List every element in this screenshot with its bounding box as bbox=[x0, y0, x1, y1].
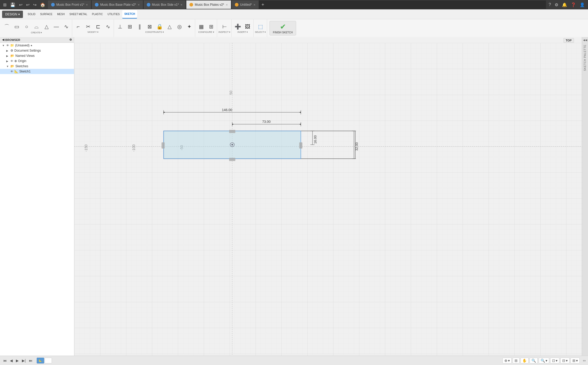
line2-tool-btn[interactable]: — bbox=[52, 23, 61, 30]
configure-label[interactable]: CONFIGURE ▾ bbox=[198, 31, 214, 33]
mirror-btn[interactable]: ∿ bbox=[103, 23, 113, 30]
tree-item-named-views[interactable]: ▶ 📂 Named Views bbox=[0, 53, 74, 58]
timeline-marker-2[interactable] bbox=[45, 358, 52, 363]
collinear-btn[interactable]: ⊞ bbox=[125, 23, 134, 30]
zoom-in-btn[interactable]: 🔍 ▾ bbox=[539, 358, 549, 363]
tab-close-4[interactable]: ✕ bbox=[226, 3, 228, 6]
palette-collapse-icon[interactable]: ◀◀ bbox=[583, 38, 588, 42]
canvas-area[interactable]: TOP -150 -100 -50 bbox=[74, 37, 582, 365]
help-circle-icon[interactable]: ? bbox=[548, 2, 552, 8]
sketch-palette-panel: ◀◀ SKETCH PALETTE bbox=[582, 37, 588, 365]
camera-btn[interactable]: ⊕ ▾ bbox=[503, 358, 512, 363]
select-main-btn[interactable]: ⬚ bbox=[256, 23, 265, 30]
tab-music-box-plates[interactable]: Music Box Plates v2* ✕ bbox=[186, 1, 231, 9]
insert-label[interactable]: INSERT ▾ bbox=[237, 31, 248, 33]
concentric-btn[interactable]: ◎ bbox=[175, 23, 184, 30]
tab-close-5[interactable]: ✕ bbox=[253, 3, 255, 6]
view-mode-dropdown-icon: ▾ bbox=[556, 358, 558, 363]
tab-close-2[interactable]: ✕ bbox=[138, 3, 140, 6]
constraints-label[interactable]: CONSTRAINTS ▾ bbox=[145, 31, 164, 33]
fillet-btn[interactable]: ⌐ bbox=[74, 23, 83, 30]
offset-btn[interactable]: ⊏ bbox=[93, 23, 103, 30]
eye-icon-origin[interactable]: 👁 bbox=[10, 59, 13, 63]
insert-image-btn[interactable]: 🖼 bbox=[243, 23, 252, 30]
notification-icon[interactable]: 🔔 bbox=[561, 2, 568, 8]
redo-icon[interactable]: ↪ bbox=[32, 2, 38, 8]
tree-item-doc-settings[interactable]: ▶ ⚙ Document Settings bbox=[0, 48, 74, 53]
tab-music-box-side[interactable]: Music Box Side v1* ✕ bbox=[144, 1, 186, 9]
coincident-btn[interactable]: ⊥ bbox=[115, 23, 125, 30]
timeline-marker-1[interactable]: 📐 bbox=[37, 358, 44, 363]
layout-mode-btn[interactable]: ⊞ ▾ bbox=[571, 358, 580, 363]
eye-icon-unsaved[interactable]: 👁 bbox=[6, 44, 9, 47]
browser-settings-icon[interactable]: ⚙ bbox=[69, 38, 72, 41]
arc-tool-btn[interactable]: ⌓ bbox=[32, 23, 41, 30]
rectangle-tool-btn[interactable]: ▭ bbox=[12, 23, 21, 30]
configure-table-btn[interactable]: ⊞ bbox=[206, 23, 216, 30]
zoom-out-icon: 🔍 bbox=[531, 358, 536, 363]
view-mode-btn[interactable]: ⊡ ▾ bbox=[550, 358, 559, 363]
help-icon[interactable]: ❓ bbox=[570, 2, 577, 8]
perpendicular-btn[interactable]: ⊠ bbox=[145, 23, 154, 30]
insert-main-btn[interactable]: ➕ bbox=[233, 23, 242, 30]
equal-btn[interactable]: △ bbox=[165, 23, 174, 30]
sketch-icon-tree: 📐 bbox=[14, 70, 18, 73]
inspect-label[interactable]: INSPECT ▾ bbox=[218, 31, 230, 33]
home-icon[interactable]: 🏠 bbox=[39, 2, 46, 8]
timeline-end-btn[interactable]: ⏭ bbox=[28, 358, 34, 363]
tab-utilities[interactable]: UTILITIES bbox=[105, 10, 122, 19]
tab-music-box-base[interactable]: Music Box Base Plate v2* ✕ bbox=[92, 1, 143, 9]
toolbar-section-constraints: ⊥ ⊞ ∥ ⊠ 🔒 △ ◎ ✦ CONSTR bbox=[114, 19, 195, 37]
tab-sketch[interactable]: SKETCH bbox=[122, 10, 137, 19]
save-icon[interactable]: 💾 bbox=[9, 2, 16, 8]
line-tool-btn[interactable]: ⌒ bbox=[2, 23, 11, 31]
tab-close-3[interactable]: ✕ bbox=[180, 3, 182, 6]
undo2-icon[interactable]: ↩ bbox=[25, 2, 30, 8]
polygon-tool-btn[interactable]: △ bbox=[42, 23, 51, 30]
dimension-btn[interactable]: ✦ bbox=[185, 23, 194, 30]
tab-music-box-front[interactable]: Music Box Front v1* ✕ bbox=[48, 1, 91, 9]
zoom-dropdown-icon: ▾ bbox=[546, 358, 547, 363]
sketch-canvas[interactable]: -150 -100 -50 50 146.00 73.00 bbox=[74, 37, 582, 365]
tree-item-sketches[interactable]: ▼ 📂 Sketches bbox=[0, 64, 74, 69]
configure-main-btn[interactable]: ▦ bbox=[197, 23, 206, 30]
inspect-main-btn[interactable]: ⊢ bbox=[220, 23, 229, 30]
tangent-btn[interactable]: 🔒 bbox=[155, 23, 164, 30]
tree-item-sketch1[interactable]: 👁 📐 Sketch1 bbox=[0, 69, 74, 74]
tab-untitled[interactable]: Untitled* ✕ bbox=[232, 1, 259, 9]
display-mode-btn[interactable]: ⊟ ▾ bbox=[560, 358, 569, 363]
eye-icon-sketch1[interactable]: 👁 bbox=[10, 70, 13, 73]
tab-surface[interactable]: SURFACE bbox=[38, 10, 54, 19]
timeline-next-btn[interactable]: ▶| bbox=[21, 358, 27, 363]
undo-icon[interactable]: ↩ bbox=[18, 2, 23, 8]
trim-btn[interactable]: ✂ bbox=[83, 23, 93, 30]
parallel-btn[interactable]: ∥ bbox=[135, 23, 144, 30]
timeline-start-btn[interactable]: ⏮ bbox=[2, 358, 8, 363]
tab-solid[interactable]: SOLID bbox=[26, 10, 38, 19]
circle-tool-btn[interactable]: ○ bbox=[22, 23, 31, 30]
resize-handle[interactable]: ⇔ bbox=[583, 358, 586, 363]
pan-btn[interactable]: ✋ bbox=[520, 358, 529, 363]
tree-item-origin[interactable]: ▶ 👁 ⊕ Origin bbox=[0, 58, 74, 64]
tab-mesh[interactable]: MESH bbox=[55, 10, 67, 19]
tab-sheet-metal[interactable]: SHEET METAL bbox=[67, 10, 89, 19]
create-label[interactable]: CREATE ▾ bbox=[31, 31, 42, 34]
zoom-out-btn[interactable]: 🔍 bbox=[530, 358, 538, 363]
user-icon[interactable]: 👤 bbox=[579, 2, 586, 8]
design-button[interactable]: DESIGN ▾ bbox=[2, 11, 23, 18]
finish-sketch-button[interactable]: ✔ FINISH SKETCH bbox=[270, 21, 296, 35]
timeline-prev-btn[interactable]: ◀ bbox=[9, 358, 14, 363]
spline-tool-btn[interactable]: ∿ bbox=[62, 23, 71, 30]
tab-plastic[interactable]: PLASTIC bbox=[90, 10, 105, 19]
tree-item-unsaved[interactable]: ▼ 👁 📁 (Unsaved) ● bbox=[0, 43, 74, 48]
settings-icon[interactable]: ⚙ bbox=[554, 2, 559, 8]
modify-label[interactable]: MODIFY ▾ bbox=[88, 31, 99, 33]
tab-close-1[interactable]: ✕ bbox=[86, 3, 88, 6]
tab-add-button[interactable]: + bbox=[259, 2, 266, 8]
select-label[interactable]: SELECT ▾ bbox=[255, 31, 266, 33]
timeline-play-btn[interactable]: ▶ bbox=[15, 358, 20, 363]
equal-icon: △ bbox=[168, 23, 172, 30]
grid-toggle-btn[interactable]: ⊞ bbox=[513, 358, 519, 363]
grid-icon[interactable]: ⊞ bbox=[2, 2, 8, 8]
browser-collapse-icon[interactable]: ◀ bbox=[2, 38, 4, 41]
